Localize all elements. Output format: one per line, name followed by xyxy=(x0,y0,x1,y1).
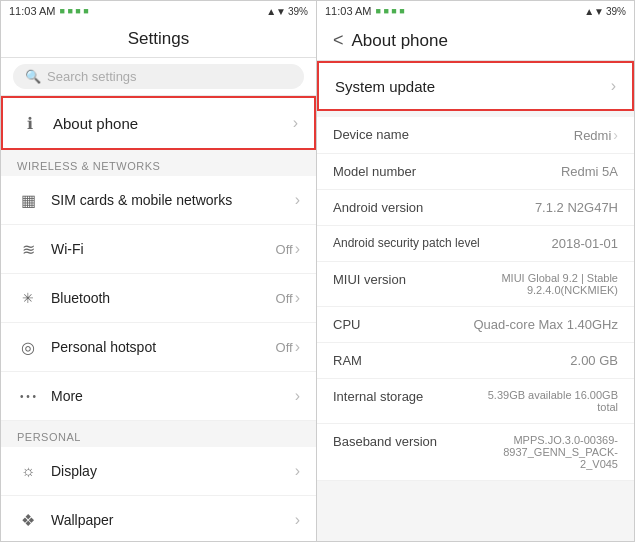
back-button[interactable]: < xyxy=(333,30,344,51)
time-left: 11:03 AM xyxy=(9,5,55,17)
about-phone-inner: ℹ About phone xyxy=(19,112,138,134)
baseband-label: Baseband version xyxy=(333,434,453,449)
bluetooth-item[interactable]: ✳ Bluetooth Off › xyxy=(1,274,316,323)
sim-icon: ▦ xyxy=(17,189,39,211)
security-patch-row: Android security patch level 2018-01-01 xyxy=(317,226,634,262)
more-icon: • • • xyxy=(17,385,39,407)
hotspot-icon: ◎ xyxy=(17,336,39,358)
status-icons-right: ■ ■ ■ ■ xyxy=(375,6,404,16)
device-name-label: Device name xyxy=(333,127,453,142)
baseband-value: MPPS.JO.3.0-00369-8937_GENN_S_PACK-2_V04… xyxy=(468,434,618,470)
display-icon: ☼ xyxy=(17,460,39,482)
wifi-chevron: › xyxy=(295,240,300,258)
device-name-chevron: › xyxy=(613,127,618,143)
system-update-item[interactable]: System update › xyxy=(317,61,634,111)
status-right-right: ▲▼ 39% xyxy=(584,6,626,17)
about-phone-item[interactable]: ℹ About phone › xyxy=(1,96,316,150)
ram-row: RAM 2.00 GB xyxy=(317,343,634,379)
about-phone-label: About phone xyxy=(53,115,138,132)
right-panel: 11:03 AM ■ ■ ■ ■ ▲▼ 39% < About phone Sy… xyxy=(317,0,635,542)
wifi-item[interactable]: ≋ Wi-Fi Off › xyxy=(1,225,316,274)
wifi-icon: ≋ xyxy=(17,238,39,260)
baseband-row: Baseband version MPPS.JO.3.0-00369-8937_… xyxy=(317,424,634,481)
hotspot-item[interactable]: ◎ Personal hotspot Off › xyxy=(1,323,316,372)
cpu-value: Quad-core Max 1.40GHz xyxy=(473,317,618,332)
cpu-row: CPU Quad-core Max 1.40GHz xyxy=(317,307,634,343)
search-icon: 🔍 xyxy=(25,69,41,84)
about-icon: ℹ xyxy=(19,112,41,134)
sim-item[interactable]: ▦ SIM cards & mobile networks › xyxy=(1,176,316,225)
miui-version-label: MIUI version xyxy=(333,272,453,287)
status-bar-left: 11:03 AM ■ ■ ■ ■ ▲▼ 39% xyxy=(1,1,316,21)
time-right: 11:03 AM xyxy=(325,5,371,17)
status-right-left: ▲▼ 39% xyxy=(266,6,308,17)
hotspot-chevron: › xyxy=(295,338,300,356)
security-patch-label: Android security patch level xyxy=(333,236,480,250)
status-icons-left: ■ ■ ■ ■ xyxy=(59,6,88,16)
device-name-row[interactable]: Device name Redmi › xyxy=(317,117,634,154)
settings-header: Settings xyxy=(1,21,316,58)
status-time-right: 11:03 AM ■ ■ ■ ■ xyxy=(325,5,405,17)
battery-left: 39% xyxy=(288,6,308,17)
signal-icon: ▲▼ xyxy=(266,6,286,17)
android-version-row: Android version 7.1.2 N2G47H xyxy=(317,190,634,226)
search-input-container[interactable]: 🔍 Search settings xyxy=(13,64,304,89)
model-number-value: Redmi 5A xyxy=(561,164,618,179)
about-chevron: › xyxy=(293,114,298,132)
storage-value: 5.39GB available 16.00GB total xyxy=(478,389,618,413)
more-item[interactable]: • • • More › xyxy=(1,372,316,421)
signal-icon-right: ▲▼ xyxy=(584,6,604,17)
device-name-value: Redmi › xyxy=(574,127,618,143)
wallpaper-icon: ❖ xyxy=(17,509,39,531)
ram-value: 2.00 GB xyxy=(570,353,618,368)
bluetooth-chevron: › xyxy=(295,289,300,307)
display-item[interactable]: ☼ Display › xyxy=(1,447,316,496)
about-phone-header: < About phone xyxy=(317,21,634,61)
wallpaper-chevron: › xyxy=(295,511,300,529)
more-chevron: › xyxy=(295,387,300,405)
right-title: About phone xyxy=(352,31,448,51)
sim-chevron: › xyxy=(295,191,300,209)
bluetooth-icon: ✳ xyxy=(17,287,39,309)
model-number-row: Model number Redmi 5A xyxy=(317,154,634,190)
display-chevron: › xyxy=(295,462,300,480)
storage-label: Internal storage xyxy=(333,389,453,404)
model-number-label: Model number xyxy=(333,164,453,179)
search-placeholder: Search settings xyxy=(47,69,137,84)
cpu-label: CPU xyxy=(333,317,453,332)
system-update-chevron: › xyxy=(611,77,616,95)
status-bar-right: 11:03 AM ■ ■ ■ ■ ▲▼ 39% xyxy=(317,1,634,21)
system-update-label: System update xyxy=(335,78,435,95)
section-wireless: WIRELESS & NETWORKS xyxy=(1,150,316,176)
wallpaper-item[interactable]: ❖ Wallpaper › xyxy=(1,496,316,542)
miui-version-value: MIUI Global 9.2 | Stable 9.2.4.0(NCKMIEK… xyxy=(458,272,618,296)
ram-label: RAM xyxy=(333,353,453,368)
android-version-value: 7.1.2 N2G47H xyxy=(535,200,618,215)
section-personal: PERSONAL xyxy=(1,421,316,447)
about-phone-content: System update › Device name Redmi › Mode… xyxy=(317,61,634,541)
battery-right: 39% xyxy=(606,6,626,17)
left-panel: 11:03 AM ■ ■ ■ ■ ▲▼ 39% Settings 🔍 Searc… xyxy=(0,0,317,542)
miui-version-row: MIUI version MIUI Global 9.2 | Stable 9.… xyxy=(317,262,634,307)
security-patch-value: 2018-01-01 xyxy=(552,236,619,251)
android-version-label: Android version xyxy=(333,200,453,215)
storage-row: Internal storage 5.39GB available 16.00G… xyxy=(317,379,634,424)
search-bar[interactable]: 🔍 Search settings xyxy=(1,58,316,96)
status-time-left: 11:03 AM ■ ■ ■ ■ xyxy=(9,5,89,17)
